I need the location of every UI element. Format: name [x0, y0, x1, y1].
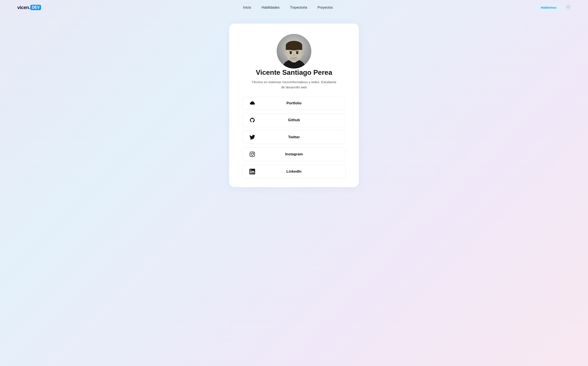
person-name: Vicente Santiago Perea [256, 69, 332, 76]
linkedin-label: LinkedIn [256, 169, 332, 174]
logo-text: vicen. [17, 5, 30, 10]
github-link[interactable]: Github [242, 113, 346, 127]
github-icon [248, 117, 256, 123]
twitter-label: Twitter [256, 135, 332, 139]
nav-trayectoria[interactable]: Trayectoria [290, 6, 307, 9]
svg-point-20 [293, 54, 295, 56]
svg-point-21 [289, 57, 299, 61]
svg-rect-24 [250, 152, 255, 157]
nav-habilidades[interactable]: Habilidades [262, 6, 280, 9]
portfolio-link[interactable]: Portfolio [242, 97, 346, 110]
linkedin-link[interactable]: LinkedIn [242, 165, 346, 178]
svg-point-25 [251, 153, 254, 156]
twitter-link[interactable]: Twitter [242, 130, 346, 144]
links-list: Portfolio Github Twitter [242, 97, 346, 178]
svg-point-26 [253, 152, 254, 153]
nav-right: Hablemos [535, 3, 571, 11]
svg-line-8 [570, 5, 570, 5]
instagram-label: Instagram [256, 152, 332, 156]
logo: vicen.DEV [17, 5, 41, 10]
instagram-icon [248, 152, 256, 157]
svg-rect-15 [286, 46, 302, 50]
avatar [277, 34, 311, 69]
logo-dev: DEV [30, 5, 41, 10]
svg-point-23 [301, 51, 304, 55]
linkedin-icon [248, 169, 256, 174]
portfolio-label: Portfolio [256, 101, 332, 106]
theme-toggle-button[interactable] [566, 5, 571, 11]
svg-point-17 [296, 52, 298, 54]
sun-icon [566, 5, 571, 11]
profile-card: Vicente Santiago Perea Técnico en sistem… [229, 23, 359, 187]
github-label: Github [256, 118, 332, 122]
person-bio: Técnico en sistemas microínformaticos y … [251, 79, 337, 90]
navbar: vicen.DEV Inicio Habilidades Trayectoria… [0, 0, 588, 15]
svg-rect-18 [289, 51, 292, 52]
main-content: Vicente Santiago Perea Técnico en sistem… [0, 15, 588, 366]
svg-line-4 [570, 8, 570, 8]
nav-inicio[interactable]: Inicio [243, 6, 251, 9]
nav-links: Inicio Habilidades Trayectoria Proyectos [243, 6, 333, 9]
svg-rect-19 [296, 51, 299, 52]
svg-point-0 [567, 6, 569, 8]
instagram-link[interactable]: Instagram [242, 147, 346, 161]
twitter-icon [248, 135, 256, 140]
nav-proyectos[interactable]: Proyectos [317, 6, 333, 9]
svg-point-22 [284, 51, 287, 55]
hablemos-button[interactable]: Hablemos [535, 3, 563, 11]
svg-point-16 [290, 52, 292, 54]
cloud-icon [248, 101, 256, 106]
